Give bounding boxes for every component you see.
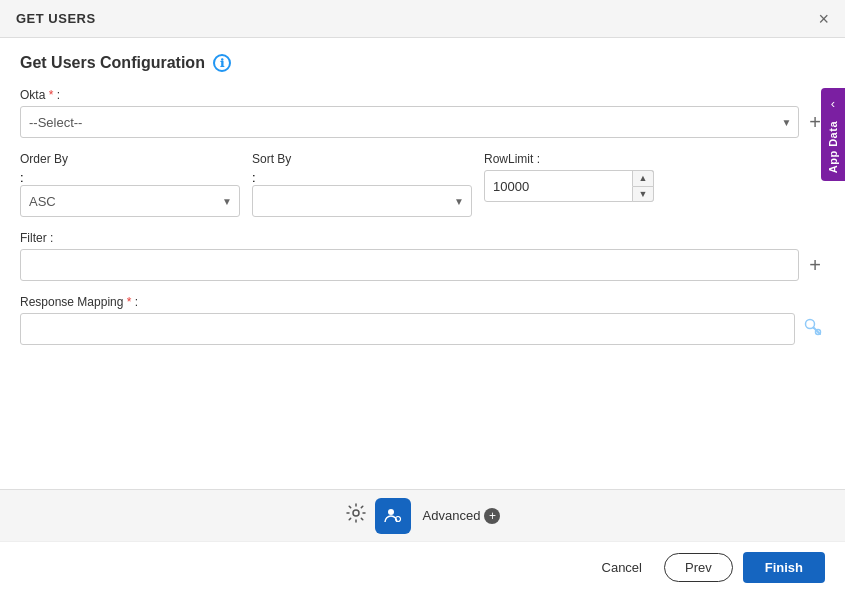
dialog: GET USERS × Get Users Configuration ℹ Ok… [0, 0, 845, 593]
response-mapping-required: * [127, 295, 132, 309]
section-title-row: Get Users Configuration ℹ [20, 54, 825, 72]
response-mapping-input[interactable] [20, 313, 795, 345]
advanced-plus-icon: + [484, 508, 500, 524]
filter-add-button[interactable]: + [805, 253, 825, 277]
svg-point-4 [388, 509, 394, 515]
footer-bar: Advanced + [0, 489, 845, 541]
row-limit-group: RowLimit : ▲ ▼ [484, 152, 654, 217]
app-data-chevron-icon: ‹ [821, 88, 845, 113]
info-icon[interactable]: ℹ [213, 54, 231, 72]
close-button[interactable]: × [818, 10, 829, 28]
section-title-text: Get Users Configuration [20, 54, 205, 72]
filter-field-group: Filter : + [20, 231, 825, 281]
okta-select-wrapper: --Select-- ▼ [20, 106, 799, 138]
filter-input[interactable] [20, 249, 799, 281]
user-config-icon-button[interactable] [375, 498, 411, 534]
filter-input-row: + [20, 249, 825, 281]
row-limit-input-wrapper: ▲ ▼ [484, 170, 654, 202]
row-limit-down-button[interactable]: ▼ [632, 186, 654, 203]
okta-input-row: --Select-- ▼ + [20, 106, 825, 138]
prev-button[interactable]: Prev [664, 553, 733, 582]
app-data-label: App Data [821, 113, 845, 181]
order-by-select[interactable]: ASC DESC [20, 185, 240, 217]
svg-point-3 [353, 510, 359, 516]
sort-by-label: Sort By [252, 152, 472, 166]
row-limit-input[interactable] [484, 170, 654, 202]
response-mapping-label: Response Mapping * : [20, 295, 825, 309]
dialog-header: GET USERS × [0, 0, 845, 38]
finish-button[interactable]: Finish [743, 552, 825, 583]
dialog-body: Get Users Configuration ℹ Okta * : --Sel… [0, 38, 845, 489]
sort-by-select[interactable] [252, 185, 472, 217]
row-limit-up-button[interactable]: ▲ [632, 170, 654, 186]
okta-required: * [49, 88, 54, 102]
row-limit-spinners: ▲ ▼ [632, 170, 654, 202]
order-by-group: Order By : ASC DESC ▼ [20, 152, 240, 217]
response-mapping-map-icon-button[interactable] [801, 315, 825, 344]
response-mapping-group: Response Mapping * : [20, 295, 825, 345]
cancel-button[interactable]: Cancel [590, 554, 654, 581]
three-col-row: Order By : ASC DESC ▼ Sort By : ▼ [20, 152, 825, 217]
row-limit-label: RowLimit : [484, 152, 654, 166]
sort-by-group: Sort By : ▼ [252, 152, 472, 217]
okta-field-group: Okta * : --Select-- ▼ + [20, 88, 825, 138]
okta-select[interactable]: --Select-- [20, 106, 799, 138]
order-by-label: Order By [20, 152, 240, 166]
sort-by-select-wrapper: ▼ [252, 185, 472, 217]
dialog-title: GET USERS [16, 11, 96, 26]
app-data-tab[interactable]: ‹ App Data [821, 88, 845, 181]
advanced-button[interactable]: Advanced + [423, 508, 501, 524]
filter-label: Filter : [20, 231, 825, 245]
advanced-label: Advanced [423, 508, 481, 523]
response-mapping-input-row [20, 313, 825, 345]
gear-icon-button[interactable] [345, 502, 367, 529]
action-bar: Cancel Prev Finish [0, 541, 845, 593]
footer-icons [345, 498, 411, 534]
okta-label: Okta * : [20, 88, 825, 102]
order-by-select-wrapper: ASC DESC ▼ [20, 185, 240, 217]
